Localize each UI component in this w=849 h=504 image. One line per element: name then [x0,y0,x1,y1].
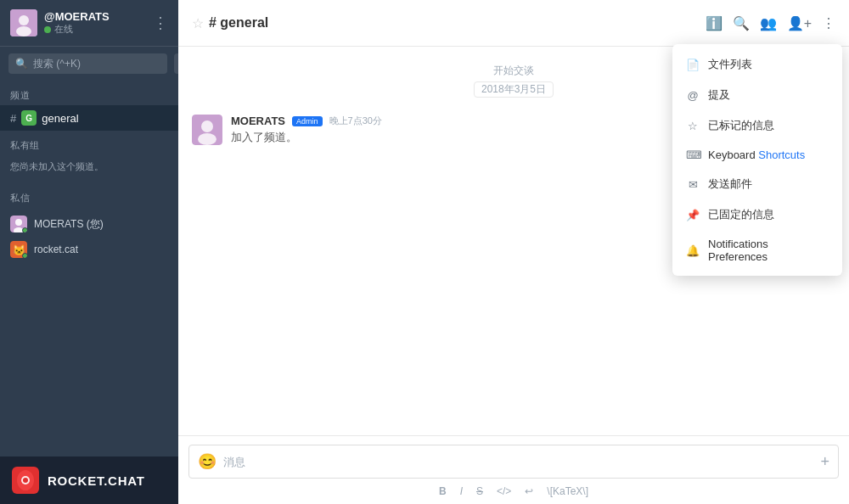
channel-header-name: # general [209,15,268,31]
sidebar: @MOERATS 在线 ⋮ 🔍 + 频道 # G general [0,0,178,504]
sidebar-footer: ROCKET.CHAT [0,456,178,504]
dm-avatar-moerats [10,216,27,232]
svg-point-2 [16,26,31,36]
dropdown-label-notifications: Notifications Preferences [708,238,829,263]
code-button[interactable]: </> [497,485,511,497]
notifications-icon: 🔔 [686,244,700,257]
channel-name-label: general [42,112,78,125]
admin-badge: Admin [292,116,323,126]
private-groups-section-label: 私有组 [0,131,178,155]
dropdown-label-starred: 已标记的信息 [708,118,774,133]
channel-hash-icon: # [10,112,16,125]
keyboard-icon: ⌨ [686,148,700,161]
private-groups-section: 您尚未加入这个频道。 [0,155,178,183]
members-button[interactable]: 👥 [760,15,777,31]
search-section: 🔍 + [0,47,178,81]
sidebar-header: @MOERATS 在线 ⋮ [0,0,178,47]
dm-name-rocketcat: rocket.cat [34,244,78,255]
katex-button[interactable]: \[KaTeX\] [547,485,588,497]
dm-avatar-rocketcat: 🐱 [10,241,27,258]
search-input[interactable] [33,58,160,70]
kebab-button[interactable]: ⋮ [822,15,835,31]
dropdown-label-email: 发送邮件 [708,176,752,192]
dm-rocketcat-status-dot [22,253,27,258]
channel-title-area: ☆ # general [192,15,706,31]
file-list-icon: 📄 [686,59,700,71]
bold-button[interactable]: B [439,485,447,497]
svg-point-14 [198,133,216,145]
header-actions: ℹ️ 🔍 👥 👤+ ⋮ [706,15,835,31]
svg-point-13 [201,120,213,132]
dropdown-item-notifications[interactable]: 🔔 Notifications Preferences [672,230,842,271]
channel-item-general[interactable]: # G general [0,105,178,131]
dropdown-item-pinned[interactable]: 📌 已固定的信息 [672,199,842,230]
dropdown-label-mentions: 提及 [708,87,730,103]
star-icon[interactable]: ☆ [192,15,204,31]
pinned-icon: 📌 [686,209,700,221]
conversation-date: 2018年3月5日 [474,81,554,98]
svg-point-1 [19,15,29,25]
message-input[interactable] [223,456,813,468]
username-label: @MOERATS [44,10,153,23]
channel-g-icon: G [21,110,37,126]
search-box[interactable]: 🔍 [8,53,167,74]
search-header-button[interactable]: 🔍 [733,15,750,31]
private-groups-empty-text: 您尚未加入这个频道。 [0,159,178,180]
brand-label: ROCKET.CHAT [48,473,145,488]
status-indicator [44,26,51,33]
send-button[interactable]: + [820,453,829,471]
channel-header: ☆ # general ℹ️ 🔍 👥 👤+ ⋮ [178,0,849,47]
dm-item-moerats[interactable]: MOERATS (您) [0,211,178,237]
multiline-button[interactable]: ↩ [525,485,533,497]
mention-icon: @ [686,89,700,102]
user-info: @MOERATS 在线 [44,10,153,36]
channels-section-label: 频道 [0,81,178,105]
info-button[interactable]: ℹ️ [706,15,722,31]
dropdown-label-pinned: 已固定的信息 [708,207,774,222]
dm-name-moerats: MOERATS (您) [34,217,104,232]
avatar [10,9,37,36]
message-time: 晚上7点30分 [329,115,382,127]
email-icon: ✉ [686,178,700,191]
app-container: @MOERATS 在线 ⋮ 🔍 + 频道 # G general [0,0,849,504]
dropdown-item-keyboard[interactable]: ⌨ Keyboard Shortcuts [672,141,842,169]
rocket-logo-icon [12,467,39,494]
dropdown-label-keyboard: Keyboard Shortcuts [708,148,805,161]
status-text: 在线 [54,23,73,36]
message-username: MOERATS [231,115,285,127]
dropdown-item-email[interactable]: ✉ 发送邮件 [672,169,842,199]
strikethrough-button[interactable]: S [476,485,483,497]
dm-item-rocketcat[interactable]: 🐱 rocket.cat [0,237,178,262]
message-toolbar: B I S </> ↩ \[KaTeX\] [178,482,849,504]
dropdown-item-files[interactable]: 📄 文件列表 [672,49,842,80]
message-avatar [192,115,222,145]
emoji-button[interactable]: 😊 [198,452,216,471]
dropdown-item-mentions[interactable]: @ 提及 [672,80,842,110]
italic-button[interactable]: I [460,485,463,497]
dropdown-item-starred[interactable]: ☆ 已标记的信息 [672,110,842,141]
svg-point-11 [23,478,28,483]
message-input-box[interactable]: 😊 + [188,445,839,479]
add-member-button[interactable]: 👤+ [787,15,812,31]
starred-icon: ☆ [686,120,700,132]
dropdown-label-files: 文件列表 [708,57,752,72]
search-icon: 🔍 [15,58,28,70]
svg-point-4 [15,219,22,226]
dm-section: MOERATS (您) 🐱 rocket.cat [0,208,178,266]
dm-section-label: 私信 [0,183,178,208]
message-input-area: 😊 + B I S </> ↩ \[KaTeX\] [178,435,849,504]
status-row: 在线 [44,23,153,36]
dropdown-menu: 📄 文件列表 @ 提及 ☆ 已标记的信息 ⌨ Keyboard Shortcut… [672,44,842,276]
sidebar-more-button[interactable]: ⋮ [153,14,168,32]
dm-status-dot [22,227,27,232]
main-content: ☆ # general ℹ️ 🔍 👥 👤+ ⋮ 开始交谈 2018年3月5日 [178,0,849,504]
